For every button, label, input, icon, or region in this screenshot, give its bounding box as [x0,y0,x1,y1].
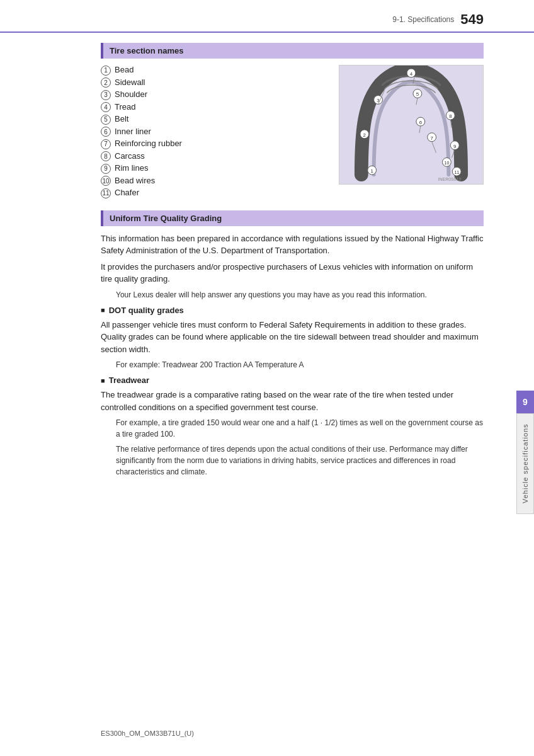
item-label: Belt [115,114,128,123]
svg-text:1: 1 [370,168,373,174]
list-item: 1 Bead [101,65,332,76]
svg-text:7: 7 [430,135,433,141]
tire-section-title: Tire section names [101,43,484,59]
svg-text:2: 2 [363,132,366,138]
item-label: Inner liner [115,127,151,136]
page-header: 9-1. Specifications 549 [0,0,534,33]
list-item: 3 Shoulder [101,89,332,100]
item-label: Tread [115,102,135,112]
treadwear-para: The treadwear grade is a comparative rat… [101,389,484,413]
item-number: 5 [101,115,111,125]
dot-example: For example: Treadwear 200 Traction AA T… [116,359,484,370]
tire-section-layout: 1 Bead 2 Sidewall 3 Shoulder 4 Tread 5 [101,65,484,200]
svg-text:5: 5 [416,91,419,97]
tire-names-list: 1 Bead 2 Sidewall 3 Shoulder 4 Tread 5 [101,65,332,200]
intro-para1: This information has been prepared in ac… [101,232,484,257]
intro-indented: Your Lexus dealer will help answer any q… [116,289,484,301]
item-number: 4 [101,102,111,112]
utqg-title: Uniform Tire Quality Grading [101,210,484,226]
svg-text:9: 9 [453,144,457,149]
svg-text:3: 3 [377,98,380,103]
dot-para: All passenger vehicle tires must conform… [101,319,484,356]
treadwear-example1: For example, a tire graded 150 would wea… [116,417,484,440]
item-label: Shoulder [115,89,147,99]
treadwear-example2: The relative performance of tires depend… [116,444,484,478]
intro-para2: It provides the purchasers and/or prospe… [101,261,484,285]
tire-diagram: 1 2 3 4 5 6 [339,65,484,185]
list-item: 7 Reinforcing rubber [101,139,332,149]
footer-text: ES300h_OM_OM33B71U_(U) [101,730,194,737]
item-label: Bead wires [115,176,155,185]
section-label: 9-1. Specifications [392,15,454,24]
item-number: 11 [101,188,111,198]
sidebar-chapter-label: Vehicle specifications [516,413,534,514]
list-item: 8 Carcass [101,151,332,162]
item-number: 2 [101,77,111,88]
list-item: 4 Tread [101,102,332,113]
list-item: 10 Bead wires [101,176,332,186]
treadwear-header: Treadwear [101,375,484,385]
svg-text:11: 11 [454,170,459,175]
item-label: Reinforcing rubber [115,139,182,148]
svg-text:8: 8 [449,113,452,119]
item-number: 9 [101,164,111,174]
main-content: Tire section names 1 Bead 2 Sidewall 3 S… [0,33,534,494]
item-number: 7 [101,139,111,149]
item-number: 3 [101,90,111,100]
list-item: 6 Inner liner [101,127,332,137]
page-container: 9-1. Specifications 549 Tire section nam… [0,0,534,756]
page-number: 549 [460,11,484,28]
item-number: 6 [101,127,111,137]
right-sidebar: 9 Vehicle specifications [516,391,534,514]
svg-text:4: 4 [410,71,413,77]
svg-text:6: 6 [419,120,423,125]
item-label: Rim lines [115,163,148,173]
list-item: 11 Chafer [101,188,332,198]
item-label: Carcass [115,151,145,161]
item-number: 8 [101,151,111,161]
tire-diagram-svg: 1 2 3 4 5 6 [339,66,483,184]
list-item: 9 Rim lines [101,163,332,174]
list-item: 2 Sidewall [101,77,332,88]
item-label: Sidewall [115,77,145,87]
list-item: 5 Belt [101,114,332,125]
sidebar-chapter-number: 9 [516,391,534,413]
dot-quality-header: DOT quality grades [101,306,484,315]
utqg-section: Uniform Tire Quality Grading This inform… [101,210,484,478]
svg-text:INER0S013: INER0S013 [438,177,462,181]
item-label: Chafer [115,188,139,197]
item-number: 1 [101,66,111,76]
item-label: Bead [115,65,134,74]
item-number: 10 [101,176,111,186]
svg-text:10: 10 [445,161,450,165]
